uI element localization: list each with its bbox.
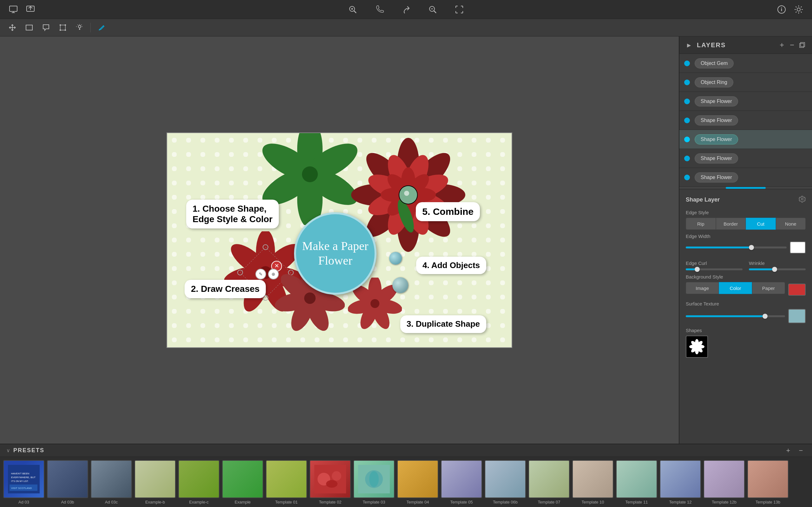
preset-label-t13b: Template 13b (756, 500, 780, 504)
layer-item-flower3[interactable]: Shape Flower (679, 92, 812, 111)
edge-border-btn[interactable]: Border (716, 218, 746, 230)
wrinkle-track[interactable] (749, 268, 806, 270)
layer-item-flower7[interactable]: Shape Flower (679, 168, 812, 187)
remove-layer-btn[interactable]: − (787, 40, 797, 50)
preset-t03[interactable]: Template 03 (353, 460, 395, 504)
layer-flower6-btn[interactable]: Shape Flower (695, 153, 738, 164)
edge-curl-item: Edge Curl (686, 257, 743, 270)
duplicate-layer-btn[interactable] (797, 40, 807, 50)
zoom-out-icon[interactable] (426, 3, 440, 16)
layer-item-ring[interactable]: Object Ring (679, 73, 812, 92)
bg-paper-btn[interactable]: Paper (752, 282, 785, 294)
pen-tool[interactable] (96, 21, 107, 34)
edge-none-btn[interactable]: None (776, 218, 806, 230)
layer-item-flower6[interactable]: Shape Flower (679, 149, 812, 168)
texture-thumb[interactable] (763, 314, 768, 319)
toolbar-right: i (774, 3, 806, 16)
layers-title: LAYERS (697, 42, 777, 49)
edge-curl-track[interactable] (686, 268, 743, 270)
preset-t02[interactable]: Template 02 (310, 460, 351, 504)
speech-bubble-tool[interactable] (40, 21, 52, 34)
export-icon[interactable] (23, 3, 38, 16)
right-panel: ▶ LAYERS + − Object Gem Object Ring (679, 37, 812, 444)
preset-example[interactable]: Example (222, 460, 263, 504)
preset-t10[interactable]: Template 10 (572, 460, 613, 504)
layer-item-gem[interactable]: Object Gem (679, 54, 812, 73)
preset-label-example: Example (235, 500, 251, 504)
preset-ad03[interactable]: HAVEN'T BEEN EVERYWHERE, BUT IT'S ON MY … (3, 460, 44, 504)
layer-flower5-btn[interactable]: Shape Flower (695, 134, 738, 145)
bg-color-btn[interactable]: Color (719, 282, 752, 294)
wrinkle-fill (749, 268, 774, 270)
shape-layer-panel: Shape Layer Edge Style Rip Border Cut No… (679, 189, 812, 444)
preset-t06b[interactable]: Template 06b (485, 460, 526, 504)
preset-example-b[interactable]: Example-b (135, 460, 176, 504)
edge-cut-btn[interactable]: Cut (746, 218, 776, 230)
preset-t05[interactable]: Template 05 (441, 460, 482, 504)
preset-label-t12b: Template 12b (712, 500, 737, 504)
settings-icon[interactable] (792, 3, 806, 16)
preset-t11[interactable]: Template 11 (616, 460, 657, 504)
edge-width-thumb[interactable] (749, 245, 754, 250)
preset-t04[interactable]: Template 04 (397, 460, 438, 504)
preset-example-c[interactable]: Example-c (178, 460, 219, 504)
zoom-in-icon[interactable] (346, 3, 360, 16)
preset-thumb-t01 (266, 460, 307, 498)
svg-text:EVERYWHERE, BUT: EVERYWHERE, BUT (11, 476, 36, 479)
fullscreen-icon[interactable] (452, 3, 466, 16)
add-layer-btn[interactable]: + (777, 40, 787, 50)
redo-icon[interactable] (399, 3, 413, 16)
phone-icon[interactable] (372, 3, 386, 16)
wrinkle-item: Wrinkle (749, 257, 806, 270)
layer-item-flower5[interactable]: Shape Flower (679, 130, 812, 149)
svg-rect-20 (65, 30, 66, 31)
preset-thumb-t02 (310, 460, 351, 498)
text-box-1: 1. Choose Shape, Edge Style & Color (186, 200, 279, 228)
layer-item-flower4[interactable]: Shape Flower (679, 111, 812, 130)
layer-flower7-btn[interactable]: Shape Flower (695, 172, 738, 182)
shapes-preview[interactable] (686, 336, 708, 358)
edge-width-track[interactable] (686, 246, 786, 248)
preset-thumb-example (222, 460, 263, 498)
edge-rip-btn[interactable]: Rip (686, 218, 716, 230)
move-tool[interactable] (6, 21, 18, 34)
preset-label-ad03c: Ad 03c (105, 500, 118, 504)
texture-preview[interactable] (788, 309, 806, 323)
texture-track[interactable] (686, 315, 785, 317)
monitor-icon[interactable] (6, 3, 20, 16)
toolbar-left (6, 3, 38, 16)
svg-text:✎: ✎ (259, 272, 263, 277)
preset-ad03c[interactable]: Ad 03c (91, 460, 132, 504)
presets-add-btn[interactable]: + (783, 446, 793, 455)
edge-color-swatch[interactable] (790, 241, 806, 253)
layer-gem-btn[interactable]: Object Gem (695, 58, 734, 68)
preset-t12b[interactable]: Template 12b (704, 460, 745, 504)
canvas[interactable]: ✕ ✎ ⊕ Make a Paper Flower (166, 132, 512, 348)
svg-point-57 (404, 191, 409, 196)
bg-image-btn[interactable]: Image (686, 282, 719, 294)
preset-t12[interactable]: Template 12 (660, 460, 701, 504)
preset-thumb-t11 (616, 460, 657, 498)
preset-t07[interactable]: Template 07 (528, 460, 570, 504)
light-tool[interactable] (73, 21, 86, 34)
info-icon[interactable]: i (774, 3, 789, 16)
panel-settings-icon[interactable] (799, 195, 806, 204)
preset-label-t12: Template 12 (669, 500, 692, 504)
layers-expand-btn[interactable]: ▶ (684, 40, 694, 50)
preset-t01[interactable]: Template 01 (266, 460, 307, 504)
preset-t13b[interactable]: Template 13b (747, 460, 789, 504)
layer-flower3-btn[interactable]: Shape Flower (695, 96, 738, 107)
presets-chevron[interactable]: ∨ (6, 447, 10, 453)
layer-ring-btn[interactable]: Object Ring (695, 77, 733, 88)
svg-rect-0 (9, 6, 17, 11)
rectangle-tool[interactable] (23, 21, 35, 34)
presets-remove-btn[interactable]: − (796, 446, 806, 455)
layer-flower4-btn[interactable]: Shape Flower (695, 115, 738, 125)
presets-left: ∨ PRESETS (6, 447, 44, 454)
preset-thumb-t07 (528, 460, 570, 498)
bg-color-picker[interactable] (788, 284, 806, 296)
preset-ad03b[interactable]: Ad 03b (47, 460, 88, 504)
edge-curl-thumb[interactable] (695, 267, 700, 272)
transform-tool[interactable] (57, 21, 69, 34)
wrinkle-thumb[interactable] (772, 267, 777, 272)
